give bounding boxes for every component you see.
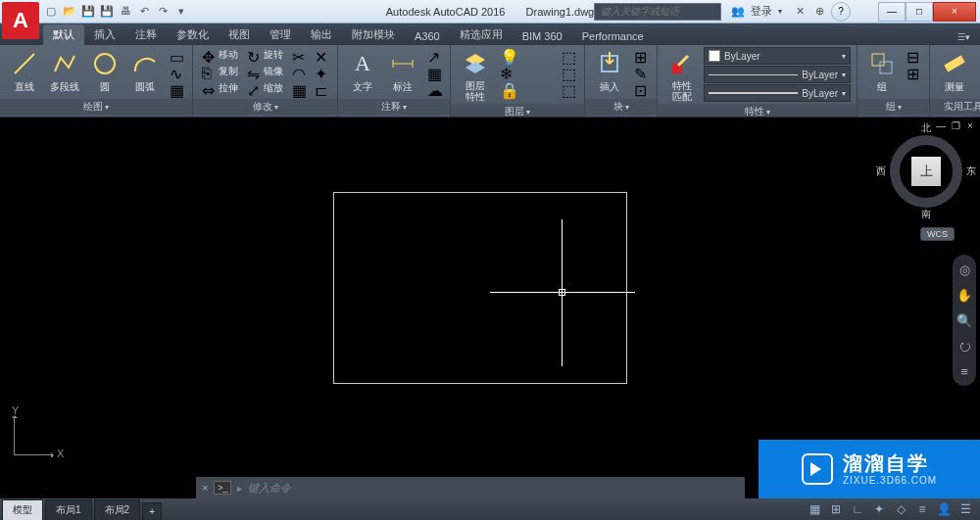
panel-annotate-title[interactable]: 注释▾ — [338, 99, 450, 115]
qat-save-icon[interactable]: 💾 — [80, 3, 96, 19]
tab-model[interactable]: 模型 — [2, 499, 43, 520]
layer-tool2[interactable]: ⬚ — [559, 64, 578, 79]
util1[interactable]: ⬚ — [976, 47, 980, 63]
rotate-button[interactable]: ↻旋转 — [244, 47, 286, 63]
layer-combo1[interactable]: 💡 — [497, 47, 556, 63]
tab-bim360[interactable]: BIM 360 — [513, 27, 572, 45]
status-osnap-icon[interactable]: ◇ — [892, 500, 909, 518]
trim-button[interactable]: ✂ — [289, 47, 309, 63]
util2[interactable]: ▤ — [976, 64, 980, 79]
panel-block-title[interactable]: 块▾ — [585, 99, 657, 115]
help-button[interactable]: ? — [831, 2, 851, 22]
tab-layout2[interactable]: 布局2 — [94, 499, 141, 520]
cloud-button[interactable]: ☁ — [424, 80, 444, 96]
status-customize-icon[interactable]: ☰ — [956, 500, 974, 518]
stayconn-icon[interactable]: ⊕ — [811, 4, 827, 20]
block-attr[interactable]: ⊡ — [631, 80, 651, 96]
cmdline-prompt-icon[interactable]: >_ — [214, 481, 231, 495]
table-button[interactable]: ▦ — [424, 64, 444, 79]
doc-restore-button[interactable]: ❐ — [950, 119, 961, 131]
block-edit[interactable]: ✎ — [631, 64, 651, 79]
status-lwt-icon[interactable]: ≡ — [913, 500, 931, 518]
layer-combo2[interactable]: ❄ — [497, 64, 556, 79]
block-create[interactable]: ⊞ — [631, 47, 651, 63]
polyline-button[interactable]: 多段线 — [46, 47, 83, 96]
linetype-dropdown[interactable]: ByLayer▾ — [704, 66, 851, 83]
qat-dropdown-icon[interactable]: ▾ — [173, 3, 189, 19]
tab-performance[interactable]: Performance — [572, 27, 654, 45]
circle-button[interactable]: 圆 — [86, 47, 123, 96]
tab-parametric[interactable]: 参数化 — [167, 24, 219, 45]
doc-close-button[interactable]: × — [964, 119, 976, 131]
layer-properties-button[interactable]: 图层 特性 — [457, 47, 494, 104]
lineweight-dropdown[interactable]: ByLayer▾ — [704, 84, 851, 102]
nav-wheel-icon[interactable]: ◎ — [956, 260, 973, 278]
minimize-button[interactable]: — — [878, 2, 906, 22]
fillet-button[interactable]: ◠ — [289, 64, 309, 79]
status-polar-icon[interactable]: ✦ — [870, 500, 888, 518]
copy-button[interactable]: ⎘复制 — [199, 64, 241, 79]
match-properties-button[interactable]: 特性 匹配 — [663, 47, 701, 104]
tab-addins[interactable]: 附加模块 — [342, 24, 405, 45]
draw-misc3[interactable]: ▦ — [167, 80, 186, 96]
qat-saveas-icon[interactable]: 💾 — [99, 3, 115, 19]
qat-undo-icon[interactable]: ↶ — [136, 3, 152, 19]
mirror-button[interactable]: ⇋镜像 — [244, 64, 286, 79]
layer-tool1[interactable]: ⬚ — [559, 47, 578, 63]
viewcube-north[interactable]: 北 — [921, 121, 931, 135]
array-button[interactable]: ▦ — [289, 80, 309, 96]
layer-combo3[interactable]: 🔒 — [497, 80, 556, 96]
group-button[interactable]: 组 — [863, 47, 901, 96]
viewcube-east[interactable]: 东 — [966, 165, 976, 178]
exchange-icon[interactable]: ✕ — [792, 4, 808, 20]
qat-plot-icon[interactable]: 🖶 — [118, 3, 133, 19]
nav-zoom-icon[interactable]: 🔍 — [956, 311, 973, 329]
draw-misc1[interactable]: ▭ — [167, 47, 186, 63]
viewcube-south[interactable]: 南 — [921, 208, 931, 221]
wcs-badge[interactable]: WCS — [920, 227, 955, 241]
doc-minimize-button[interactable]: — — [935, 119, 947, 131]
draw-misc2[interactable]: ∿ — [167, 64, 186, 79]
mod-extra3[interactable]: ⊏ — [312, 80, 331, 96]
color-dropdown[interactable]: ByLayer▾ — [704, 47, 851, 65]
tab-output[interactable]: 输出 — [301, 24, 342, 45]
groupedit-button[interactable]: ⊞ — [904, 64, 923, 79]
viewcube[interactable]: 上 北 南 东 西 — [890, 135, 962, 208]
measure-button[interactable]: 测量 — [936, 47, 973, 96]
layer-tool3[interactable]: ⬚ — [559, 80, 578, 96]
ungroup-button[interactable]: ⊟ — [904, 47, 923, 63]
tab-insert[interactable]: 插入 — [84, 24, 125, 45]
panel-modify-title[interactable]: 修改▾ — [193, 99, 337, 115]
nav-orbit-icon[interactable]: ⭮ — [956, 337, 973, 355]
move-button[interactable]: ✥移动 — [199, 47, 241, 63]
maximize-button[interactable]: □ — [906, 2, 933, 22]
dim-button[interactable]: 标注 — [384, 47, 421, 96]
tab-featured[interactable]: 精选应用 — [450, 24, 513, 45]
status-snap-icon[interactable]: ⊞ — [827, 500, 845, 518]
status-ortho-icon[interactable]: ∟ — [849, 500, 866, 518]
insert-block-button[interactable]: 插入 — [591, 47, 628, 96]
status-annotation-icon[interactable]: 👤 — [935, 500, 953, 518]
tab-a360[interactable]: A360 — [405, 27, 450, 45]
tab-layout1[interactable]: 布局1 — [45, 499, 92, 520]
user-signin[interactable]: 👥 登录 ▾ — [725, 4, 788, 19]
qat-new-icon[interactable]: ▢ — [43, 3, 59, 19]
mod-extra1[interactable]: ✕ — [312, 47, 331, 63]
arc-button[interactable]: 圆弧 — [126, 47, 164, 96]
panel-draw-title[interactable]: 绘图▾ — [0, 99, 192, 115]
viewcube-west[interactable]: 西 — [876, 165, 886, 178]
panel-utilities-title[interactable]: 实用工具▾ — [930, 99, 980, 115]
search-input[interactable] — [594, 3, 721, 21]
status-grid-icon[interactable]: ▦ — [806, 500, 823, 518]
tab-manage[interactable]: 管理 — [260, 24, 301, 45]
nav-pan-icon[interactable]: ✋ — [956, 286, 973, 304]
tab-view[interactable]: 视图 — [219, 24, 260, 45]
text-button[interactable]: A文字 — [344, 47, 381, 96]
tab-annotate[interactable]: 注释 — [125, 24, 167, 45]
tab-default[interactable]: 默认 — [43, 24, 84, 45]
viewcube-top-face[interactable]: 上 — [911, 157, 941, 186]
nav-showhide-icon[interactable]: ≡ — [956, 362, 973, 380]
cmdline-close-icon[interactable]: × — [202, 482, 208, 494]
tab-expand-icon[interactable]: ☰▾ — [948, 29, 980, 45]
panel-group-title[interactable]: 组▾ — [858, 99, 929, 115]
